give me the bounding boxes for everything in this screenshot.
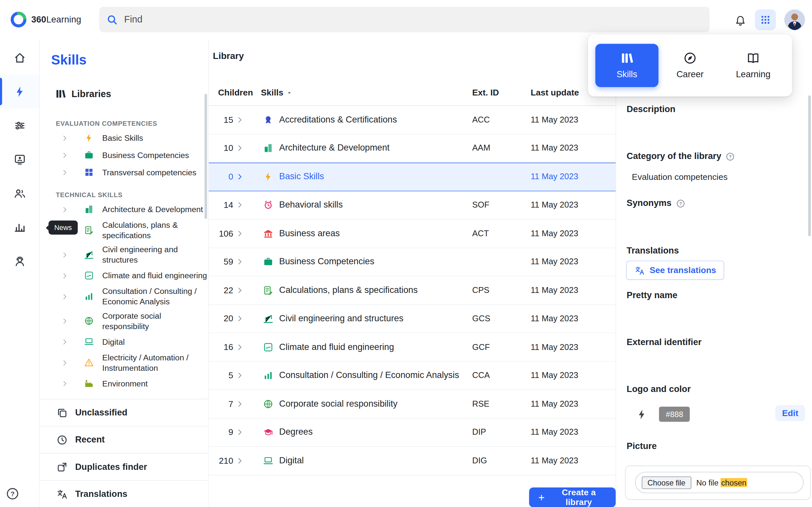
see-translations-button[interactable]: See translations xyxy=(626,261,725,280)
table-row[interactable]: 0Basic Skills11 May 2023 xyxy=(209,163,616,191)
notifications-bell-icon[interactable] xyxy=(734,14,747,26)
library-tree-item[interactable]: Corporate social responsibility xyxy=(40,308,208,333)
chevron-right-icon[interactable] xyxy=(61,359,68,366)
global-search[interactable] xyxy=(99,7,710,32)
library-tree-item[interactable]: Business Competencies xyxy=(40,147,208,164)
chevron-right-icon[interactable] xyxy=(236,343,244,351)
table-row[interactable]: 7Corporate social responsibilityRSE11 Ma… xyxy=(209,390,616,418)
table-row[interactable]: 10Architecture & DevelopmentAAM11 May 20… xyxy=(209,134,616,163)
switcher-career[interactable]: Career xyxy=(658,44,722,87)
scrollbar-thumb[interactable] xyxy=(808,96,811,236)
column-header-last-update[interactable]: Last update xyxy=(530,88,579,98)
chevron-right-icon[interactable] xyxy=(61,152,68,159)
libraries-header[interactable]: Libraries xyxy=(55,88,111,99)
chevron-right-icon[interactable] xyxy=(61,380,68,387)
apps-grid-button[interactable] xyxy=(755,9,776,30)
chevron-right-icon[interactable] xyxy=(236,258,244,266)
brand[interactable]: 360Learning xyxy=(10,11,81,28)
scrollbar-thumb[interactable] xyxy=(204,94,207,219)
sidebar-item-duplicates-finder[interactable]: Duplicates finder xyxy=(40,453,208,480)
chevron-right-icon[interactable] xyxy=(61,272,68,279)
create-library-button[interactable]: Create a library xyxy=(529,488,616,507)
user-avatar[interactable] xyxy=(784,9,805,30)
chevron-right-icon[interactable] xyxy=(236,372,244,379)
skill-label[interactable]: Digital xyxy=(279,455,304,466)
library-tree-item[interactable]: Architecture & Development xyxy=(40,201,208,218)
chevron-right-icon[interactable] xyxy=(236,173,244,181)
library-tree-item[interactable]: Civil engineering and structures xyxy=(40,242,208,267)
file-input[interactable]: Choose file No file chosen xyxy=(635,472,804,493)
chevron-right-icon[interactable] xyxy=(61,206,68,213)
skill-label[interactable]: Calculations, plans & specifications xyxy=(279,285,418,295)
nav-skills[interactable] xyxy=(0,75,39,109)
table-row[interactable]: 22Calculations, plans & specificationsCP… xyxy=(209,276,616,305)
chevron-right-icon[interactable] xyxy=(61,338,68,345)
library-tree-item[interactable]: Transversal competencies xyxy=(40,164,208,181)
table-row[interactable]: 59Business Competencies11 May 2023 xyxy=(209,248,616,276)
skill-label[interactable]: Civil engineering and structures xyxy=(279,314,403,324)
column-header-skills[interactable]: Skills xyxy=(261,88,292,98)
library-tree-item[interactable]: Consultation / Consulting / Economic Ana… xyxy=(40,284,208,308)
switcher-learning[interactable]: Learning xyxy=(722,44,785,87)
edit-logo-button[interactable]: Edit xyxy=(775,405,805,421)
chevron-right-icon[interactable] xyxy=(236,286,244,294)
table-row[interactable]: 20Civil engineering and structuresGCS11 … xyxy=(209,305,616,333)
library-tree-item[interactable]: Climate and fluid engineering xyxy=(40,267,208,284)
library-tree-item[interactable]: Digital xyxy=(40,333,208,350)
sidebar-item-unclassified[interactable]: Unclassified xyxy=(40,399,208,426)
chevron-right-icon[interactable] xyxy=(236,315,244,323)
skill-label[interactable]: Climate and fluid engineering xyxy=(279,342,394,352)
column-header-children[interactable]: Children xyxy=(218,88,253,98)
switcher-skills[interactable]: Skills xyxy=(596,44,659,87)
chevron-right-icon[interactable] xyxy=(61,251,68,258)
chevron-right-icon[interactable] xyxy=(61,293,68,300)
nav-users[interactable] xyxy=(0,176,39,210)
skill-label[interactable]: Architecture & Development xyxy=(279,143,390,154)
sidebar-item-translations[interactable]: Translations xyxy=(40,480,208,507)
chevron-right-icon[interactable] xyxy=(236,144,244,152)
table-row[interactable]: 5Consultation / Consulting / Economic An… xyxy=(209,362,616,390)
chevron-right-icon[interactable] xyxy=(236,429,244,436)
table-row[interactable]: 14Behavioral skillsSOF11 May 2023 xyxy=(209,191,616,219)
help-circle-icon[interactable]: ? xyxy=(676,199,686,208)
chevron-right-icon[interactable] xyxy=(61,134,68,142)
table-row[interactable]: 16Climate and fluid engineeringGCF11 May… xyxy=(209,333,616,361)
chevron-right-icon[interactable] xyxy=(61,317,68,325)
skill-label[interactable]: Business areas xyxy=(279,228,340,238)
find-highlight: chosen xyxy=(721,478,747,487)
search-input[interactable] xyxy=(124,14,702,25)
library-tree-item[interactable]: Environment xyxy=(40,375,208,392)
library-tree-item[interactable]: Electricity / Automation / Instrumentati… xyxy=(40,350,208,375)
skill-label[interactable]: Corporate social responsibility xyxy=(279,399,398,409)
nav-settings[interactable] xyxy=(0,109,39,143)
skill-label[interactable]: Degrees xyxy=(279,427,313,438)
nav-support[interactable] xyxy=(0,244,39,278)
table-row[interactable]: 9DegreesDIP11 May 2023 xyxy=(209,418,616,447)
children-count: 15 xyxy=(209,115,233,124)
skill-label[interactable]: Business Competencies xyxy=(279,257,374,267)
library-tree-item[interactable]: Basic Skills xyxy=(40,129,208,147)
help-button[interactable]: ? xyxy=(5,487,20,501)
skill-label[interactable]: Behavioral skills xyxy=(279,200,343,210)
chevron-right-icon[interactable] xyxy=(236,229,244,237)
nav-news[interactable] xyxy=(0,210,39,244)
nav-evaluations[interactable] xyxy=(0,143,39,176)
table-row[interactable]: 15Accreditations & CertificationsACC11 M… xyxy=(209,106,616,134)
table-row[interactable]: 210DigitalDIG11 May 2023 xyxy=(209,447,616,475)
chevron-right-icon[interactable] xyxy=(236,116,244,124)
choose-file-button[interactable]: Choose file xyxy=(642,476,691,489)
chevron-right-icon[interactable] xyxy=(236,400,244,408)
skill-label[interactable]: Consultation / Consulting / Economic Ana… xyxy=(279,370,459,381)
skill-label[interactable]: Basic Skills xyxy=(279,172,324,182)
sidebar-item-recent[interactable]: Recent xyxy=(40,426,208,453)
column-header-ext-id[interactable]: Ext. ID xyxy=(472,88,499,98)
help-circle-icon[interactable]: ? xyxy=(725,152,735,161)
chevron-right-icon[interactable] xyxy=(236,201,244,209)
table-row[interactable]: 106Business areasACT11 May 2023 xyxy=(209,220,616,248)
chevron-right-icon[interactable] xyxy=(236,457,244,465)
skill-label[interactable]: Accreditations & Certifications xyxy=(279,115,397,125)
briefcase-icon xyxy=(263,257,273,267)
sliders-icon xyxy=(13,119,26,132)
nav-home[interactable] xyxy=(0,41,39,75)
chevron-right-icon[interactable] xyxy=(61,169,68,176)
